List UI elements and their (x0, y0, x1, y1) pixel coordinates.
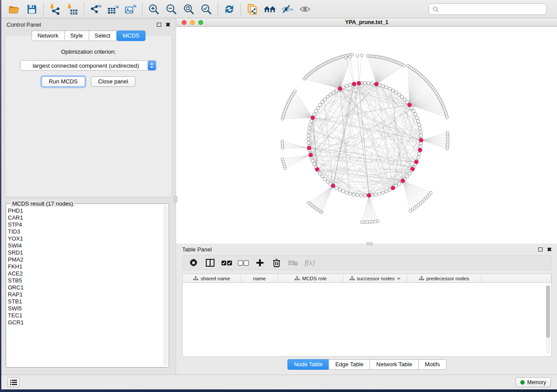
column-header[interactable]: predecessor nodes (407, 274, 481, 282)
tab-style[interactable]: Style (64, 31, 89, 41)
selected-criterion-value: largest connected component (undirected) (21, 62, 148, 69)
export-table-icon[interactable] (104, 2, 122, 17)
table-row[interactable]: FKH1FKH1dominator962 (183, 283, 551, 290)
zoom-out-icon[interactable] (163, 2, 180, 17)
application-window: Control Panel ✖ Network Style Select MCD… (1, 0, 557, 389)
list-item[interactable]: FKH1 (8, 263, 163, 270)
tab-node-table[interactable]: Node Table (287, 359, 329, 370)
table-row[interactable]: SWI4SWI4dominator462 (183, 311, 551, 318)
memory-button[interactable]: Memory (515, 377, 551, 387)
search-input[interactable] (441, 6, 543, 12)
main-toolbar (1, 0, 557, 18)
table-header-row: shared namenameMCDS rolesuccessor nodesp… (183, 274, 551, 283)
list-item[interactable]: RAP1 (8, 291, 163, 298)
network-graph[interactable] (176, 27, 557, 244)
column-header[interactable]: successor nodes (343, 274, 407, 282)
list-item[interactable]: TID3 (8, 228, 163, 235)
tab-edge-table[interactable]: Edge Table (329, 359, 370, 370)
tab-mcds[interactable]: MCDS (117, 31, 145, 41)
import-table-icon[interactable] (64, 2, 81, 17)
zoom-fit-icon[interactable] (180, 2, 197, 17)
search-field[interactable] (429, 3, 547, 15)
close-panel-icon[interactable]: ✖ (166, 23, 170, 27)
list-item[interactable]: SWI4 (8, 242, 163, 249)
list-item[interactable]: SRD1 (8, 249, 163, 256)
toolbar-separator (142, 3, 142, 15)
delete-column-trash-icon[interactable] (269, 257, 284, 269)
mcds-result-title: MCDS result (17 nodes) (10, 200, 75, 207)
task-history-menu-icon[interactable] (7, 377, 20, 387)
deselect-all-rows-icon[interactable] (236, 257, 251, 269)
table-row[interactable]: SWI5SWI5connector431 (183, 318, 551, 325)
network-window-titlebar[interactable]: YPA_prune.txt_1 (176, 18, 557, 27)
tab-select[interactable]: Select (89, 31, 117, 41)
network-view-canvas[interactable] (176, 27, 557, 244)
table-row[interactable]: TEC1TEC1connector472 (183, 304, 551, 311)
list-item[interactable]: SWI5 (8, 305, 163, 312)
mcds-result-group: MCDS result (17 nodes) PHD1CAR1STP4TID3Y… (6, 203, 169, 368)
float-panel-icon[interactable] (157, 23, 161, 27)
toolbar-separator (43, 3, 44, 15)
clone-network-icon[interactable] (244, 2, 261, 17)
table-panel: Table Panel ✖ (176, 244, 557, 375)
column-header[interactable]: name (241, 274, 278, 282)
select-all-rows-icon[interactable] (219, 257, 234, 269)
tab-network-table[interactable]: Network Table (370, 359, 418, 370)
table-panel-tabs: Node Table Edge Table Network Table Moti… (182, 359, 552, 370)
hide-selected-icon[interactable] (279, 2, 296, 17)
list-item[interactable]: ORC1 (8, 284, 163, 291)
table-row[interactable]: PHD1PHD1dominator180 (183, 346, 551, 353)
tab-network[interactable]: Network (31, 31, 64, 41)
list-item[interactable]: TEC1 (8, 312, 163, 319)
export-image-icon[interactable] (122, 2, 139, 17)
mcds-result-list[interactable]: PHD1CAR1STP4TID3YOX1SWI4SRD1PMA2FKH1ACE2… (8, 207, 163, 365)
list-item[interactable]: STB5 (8, 277, 163, 284)
zoom-selected-icon[interactable] (197, 2, 215, 17)
show-all-icon[interactable] (296, 2, 314, 17)
table-row[interactable]: STB1STB1dominator620 (183, 290, 551, 297)
memory-status-dot (520, 380, 525, 385)
list-item[interactable]: STB1 (8, 298, 163, 305)
horizontal-splitter[interactable] (367, 242, 373, 245)
search-container (429, 3, 547, 15)
list-item[interactable]: YOX1 (8, 235, 163, 242)
run-mcds-button[interactable]: Run MCDS (42, 76, 85, 87)
table-row[interactable]: YOX1YOX1connector291 (183, 339, 551, 346)
tab-motifs[interactable]: Motifs (418, 359, 446, 370)
add-column-icon[interactable] (253, 257, 267, 269)
table-settings-gear-icon[interactable] (186, 257, 201, 269)
result-list-scrollbar[interactable] (164, 206, 167, 365)
control-panel-title: Control Panel (7, 21, 41, 28)
split-panel-icon[interactable] (203, 257, 218, 269)
open-file-icon[interactable] (6, 2, 23, 17)
refresh-icon[interactable] (221, 2, 238, 17)
table-row[interactable]: ORC1ORC1dominator610 (183, 297, 551, 304)
zoom-in-icon[interactable] (145, 2, 163, 17)
list-item[interactable]: STP4 (8, 221, 163, 228)
table-toolbar: f(x) (182, 255, 552, 270)
save-session-icon[interactable] (23, 2, 41, 17)
export-network-icon[interactable] (87, 2, 104, 17)
optimization-criterion-label: Optimization criterion: (5, 48, 172, 55)
optimization-criterion-select[interactable]: largest connected component (undirected) (20, 60, 157, 71)
list-item[interactable]: ACE2 (8, 270, 163, 277)
table-scrollbar[interactable] (546, 285, 550, 354)
search-icon (432, 6, 439, 12)
import-network-icon[interactable] (46, 2, 64, 17)
delete-table-icon (286, 257, 301, 269)
table-panel-title: Table Panel (182, 246, 212, 253)
vertical-splitter[interactable] (174, 196, 177, 202)
home-pages-icon[interactable] (261, 2, 279, 17)
table-row[interactable]: ACE2ACE2connector311 (183, 332, 551, 339)
close-panel-button[interactable]: Close panel (91, 76, 136, 87)
list-item[interactable]: CAR1 (8, 214, 163, 221)
list-item[interactable]: PMA2 (8, 256, 163, 263)
column-header[interactable]: shared name (183, 274, 241, 282)
table-row[interactable]: RAP1RAP1dominator352 (183, 325, 551, 332)
list-item[interactable]: GCR1 (8, 319, 163, 326)
list-item[interactable]: PHD1 (8, 207, 163, 214)
float-table-panel-icon[interactable] (538, 248, 543, 251)
control-panel: Control Panel ✖ Network Style Select MCD… (1, 18, 176, 375)
close-table-panel-icon[interactable]: ✖ (547, 248, 552, 252)
column-header[interactable]: MCDS role (278, 274, 343, 282)
